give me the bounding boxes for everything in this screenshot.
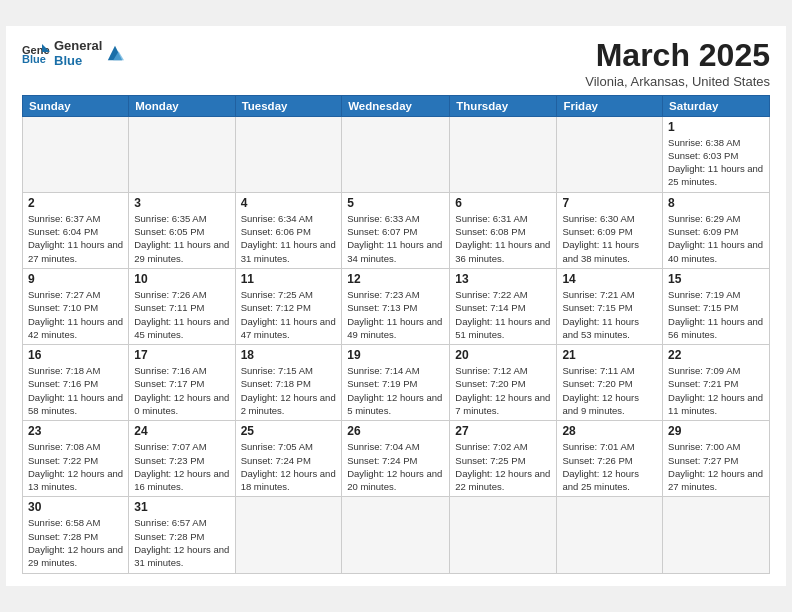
day-info: Sunrise: 7:26 AM Sunset: 7:11 PM Dayligh… xyxy=(134,288,229,341)
day-info: Sunrise: 6:33 AM Sunset: 6:07 PM Dayligh… xyxy=(347,212,444,265)
logo-general: General xyxy=(54,38,102,53)
day-info: Sunrise: 7:19 AM Sunset: 7:15 PM Dayligh… xyxy=(668,288,764,341)
calendar-header-friday: Friday xyxy=(557,95,663,116)
day-number: 11 xyxy=(241,272,337,286)
day-info: Sunrise: 6:34 AM Sunset: 6:06 PM Dayligh… xyxy=(241,212,337,265)
day-number: 19 xyxy=(347,348,444,362)
day-info: Sunrise: 7:12 AM Sunset: 7:20 PM Dayligh… xyxy=(455,364,551,417)
calendar-cell: 14Sunrise: 7:21 AM Sunset: 7:15 PM Dayli… xyxy=(557,268,663,344)
month-title: March 2025 xyxy=(585,38,770,73)
day-number: 31 xyxy=(134,500,229,514)
calendar-cell: 26Sunrise: 7:04 AM Sunset: 7:24 PM Dayli… xyxy=(342,421,450,497)
calendar-cell: 4Sunrise: 6:34 AM Sunset: 6:06 PM Daylig… xyxy=(235,192,342,268)
day-number: 7 xyxy=(562,196,657,210)
day-info: Sunrise: 7:27 AM Sunset: 7:10 PM Dayligh… xyxy=(28,288,123,341)
calendar-cell: 3Sunrise: 6:35 AM Sunset: 6:05 PM Daylig… xyxy=(129,192,235,268)
day-info: Sunrise: 7:15 AM Sunset: 7:18 PM Dayligh… xyxy=(241,364,337,417)
calendar-cell xyxy=(450,116,557,192)
calendar-cell: 1Sunrise: 6:38 AM Sunset: 6:03 PM Daylig… xyxy=(663,116,770,192)
location-subtitle: Vilonia, Arkansas, United States xyxy=(585,74,770,89)
calendar-cell: 12Sunrise: 7:23 AM Sunset: 7:13 PM Dayli… xyxy=(342,268,450,344)
day-number: 12 xyxy=(347,272,444,286)
calendar-cell xyxy=(129,116,235,192)
day-number: 22 xyxy=(668,348,764,362)
logo: General Blue General Blue xyxy=(22,38,124,68)
day-info: Sunrise: 7:01 AM Sunset: 7:26 PM Dayligh… xyxy=(562,440,657,493)
day-info: Sunrise: 6:58 AM Sunset: 7:28 PM Dayligh… xyxy=(28,516,123,569)
calendar-header-wednesday: Wednesday xyxy=(342,95,450,116)
calendar-week-row: 23Sunrise: 7:08 AM Sunset: 7:22 PM Dayli… xyxy=(23,421,770,497)
logo-blue: Blue xyxy=(54,53,102,68)
calendar-cell: 23Sunrise: 7:08 AM Sunset: 7:22 PM Dayli… xyxy=(23,421,129,497)
day-number: 24 xyxy=(134,424,229,438)
calendar-week-row: 1Sunrise: 6:38 AM Sunset: 6:03 PM Daylig… xyxy=(23,116,770,192)
day-info: Sunrise: 7:21 AM Sunset: 7:15 PM Dayligh… xyxy=(562,288,657,341)
calendar-cell: 20Sunrise: 7:12 AM Sunset: 7:20 PM Dayli… xyxy=(450,345,557,421)
calendar-cell: 18Sunrise: 7:15 AM Sunset: 7:18 PM Dayli… xyxy=(235,345,342,421)
day-number: 13 xyxy=(455,272,551,286)
calendar-cell: 25Sunrise: 7:05 AM Sunset: 7:24 PM Dayli… xyxy=(235,421,342,497)
day-info: Sunrise: 6:38 AM Sunset: 6:03 PM Dayligh… xyxy=(668,136,764,189)
day-info: Sunrise: 7:16 AM Sunset: 7:17 PM Dayligh… xyxy=(134,364,229,417)
day-number: 14 xyxy=(562,272,657,286)
day-number: 27 xyxy=(455,424,551,438)
calendar-cell xyxy=(235,497,342,573)
calendar-cell: 9Sunrise: 7:27 AM Sunset: 7:10 PM Daylig… xyxy=(23,268,129,344)
calendar-cell: 17Sunrise: 7:16 AM Sunset: 7:17 PM Dayli… xyxy=(129,345,235,421)
day-number: 16 xyxy=(28,348,123,362)
day-number: 15 xyxy=(668,272,764,286)
day-info: Sunrise: 6:29 AM Sunset: 6:09 PM Dayligh… xyxy=(668,212,764,265)
day-info: Sunrise: 7:22 AM Sunset: 7:14 PM Dayligh… xyxy=(455,288,551,341)
day-number: 8 xyxy=(668,196,764,210)
calendar-cell xyxy=(450,497,557,573)
calendar-header-monday: Monday xyxy=(129,95,235,116)
calendar-cell: 10Sunrise: 7:26 AM Sunset: 7:11 PM Dayli… xyxy=(129,268,235,344)
day-number: 3 xyxy=(134,196,229,210)
day-number: 1 xyxy=(668,120,764,134)
calendar-cell xyxy=(342,116,450,192)
calendar-cell: 19Sunrise: 7:14 AM Sunset: 7:19 PM Dayli… xyxy=(342,345,450,421)
day-info: Sunrise: 7:25 AM Sunset: 7:12 PM Dayligh… xyxy=(241,288,337,341)
calendar-cell: 31Sunrise: 6:57 AM Sunset: 7:28 PM Dayli… xyxy=(129,497,235,573)
svg-text:Blue: Blue xyxy=(22,53,46,64)
calendar-cell: 30Sunrise: 6:58 AM Sunset: 7:28 PM Dayli… xyxy=(23,497,129,573)
day-number: 28 xyxy=(562,424,657,438)
calendar-cell: 21Sunrise: 7:11 AM Sunset: 7:20 PM Dayli… xyxy=(557,345,663,421)
logo-triangle-icon xyxy=(106,44,124,62)
title-block: March 2025 Vilonia, Arkansas, United Sta… xyxy=(585,38,770,88)
day-info: Sunrise: 6:57 AM Sunset: 7:28 PM Dayligh… xyxy=(134,516,229,569)
day-number: 10 xyxy=(134,272,229,286)
calendar-header-tuesday: Tuesday xyxy=(235,95,342,116)
day-info: Sunrise: 7:07 AM Sunset: 7:23 PM Dayligh… xyxy=(134,440,229,493)
day-info: Sunrise: 7:23 AM Sunset: 7:13 PM Dayligh… xyxy=(347,288,444,341)
day-info: Sunrise: 7:08 AM Sunset: 7:22 PM Dayligh… xyxy=(28,440,123,493)
day-number: 4 xyxy=(241,196,337,210)
day-info: Sunrise: 6:35 AM Sunset: 6:05 PM Dayligh… xyxy=(134,212,229,265)
day-info: Sunrise: 6:31 AM Sunset: 6:08 PM Dayligh… xyxy=(455,212,551,265)
day-info: Sunrise: 6:37 AM Sunset: 6:04 PM Dayligh… xyxy=(28,212,123,265)
calendar-cell xyxy=(342,497,450,573)
calendar-header-row: SundayMondayTuesdayWednesdayThursdayFrid… xyxy=(23,95,770,116)
day-number: 26 xyxy=(347,424,444,438)
calendar-cell xyxy=(23,116,129,192)
day-info: Sunrise: 7:05 AM Sunset: 7:24 PM Dayligh… xyxy=(241,440,337,493)
calendar-cell: 22Sunrise: 7:09 AM Sunset: 7:21 PM Dayli… xyxy=(663,345,770,421)
calendar-cell: 6Sunrise: 6:31 AM Sunset: 6:08 PM Daylig… xyxy=(450,192,557,268)
calendar-cell xyxy=(557,116,663,192)
calendar-cell xyxy=(663,497,770,573)
day-number: 17 xyxy=(134,348,229,362)
calendar-cell: 7Sunrise: 6:30 AM Sunset: 6:09 PM Daylig… xyxy=(557,192,663,268)
day-info: Sunrise: 7:09 AM Sunset: 7:21 PM Dayligh… xyxy=(668,364,764,417)
day-number: 30 xyxy=(28,500,123,514)
calendar-header-thursday: Thursday xyxy=(450,95,557,116)
day-number: 18 xyxy=(241,348,337,362)
calendar-cell: 27Sunrise: 7:02 AM Sunset: 7:25 PM Dayli… xyxy=(450,421,557,497)
calendar-cell: 5Sunrise: 6:33 AM Sunset: 6:07 PM Daylig… xyxy=(342,192,450,268)
day-info: Sunrise: 7:04 AM Sunset: 7:24 PM Dayligh… xyxy=(347,440,444,493)
day-number: 25 xyxy=(241,424,337,438)
calendar-cell: 11Sunrise: 7:25 AM Sunset: 7:12 PM Dayli… xyxy=(235,268,342,344)
calendar-header-sunday: Sunday xyxy=(23,95,129,116)
day-info: Sunrise: 7:18 AM Sunset: 7:16 PM Dayligh… xyxy=(28,364,123,417)
calendar-week-row: 2Sunrise: 6:37 AM Sunset: 6:04 PM Daylig… xyxy=(23,192,770,268)
calendar-page: General Blue General Blue March 2025 Vil… xyxy=(6,26,786,585)
